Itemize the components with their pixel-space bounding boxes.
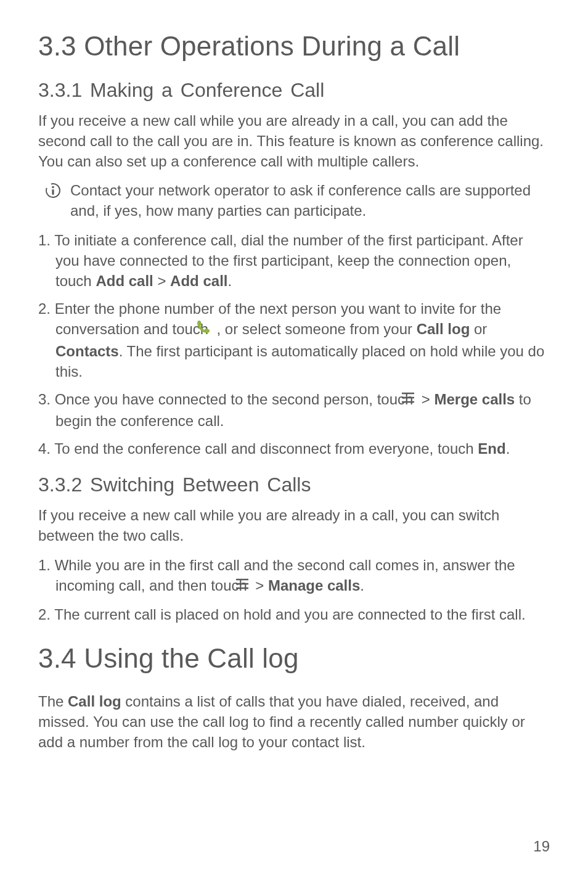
- step-4: 4. To end the conference call and discon…: [38, 438, 550, 459]
- svg-rect-2: [52, 189, 54, 195]
- info-icon: [44, 182, 62, 204]
- step-2-332: 2. The current call is placed on hold an…: [38, 604, 550, 625]
- step-1: 1. To initiate a conference call, dial t…: [38, 230, 550, 291]
- section-3-3-1-heading: 3.3.1 Making a Conference Call: [38, 79, 550, 102]
- section-3-3-2-heading: 3.3.2 Switching Between Calls: [38, 473, 550, 496]
- note-block: Contact your network operator to ask if …: [38, 180, 550, 221]
- page-number: 19: [533, 838, 550, 855]
- section-3-3-heading: 3.3 Other Operations During a Call: [38, 31, 550, 62]
- section-3-4-intro: The Call log contains a list of calls th…: [38, 691, 550, 752]
- svg-point-1: [52, 186, 54, 189]
- note-text: Contact your network operator to ask if …: [70, 182, 531, 219]
- step-1-332: 1. While you are in the first call and t…: [38, 555, 550, 597]
- step-3: 3. Once you have connected to the second…: [38, 389, 550, 431]
- section-3-3-1-intro: If you receive a new call while you are …: [38, 110, 550, 171]
- section-3-3-2-intro: If you receive a new call while you are …: [38, 505, 550, 546]
- step-2: 2. Enter the phone number of the next pe…: [38, 298, 550, 382]
- section-3-4-heading: 3.4 Using the Call log: [38, 643, 550, 674]
